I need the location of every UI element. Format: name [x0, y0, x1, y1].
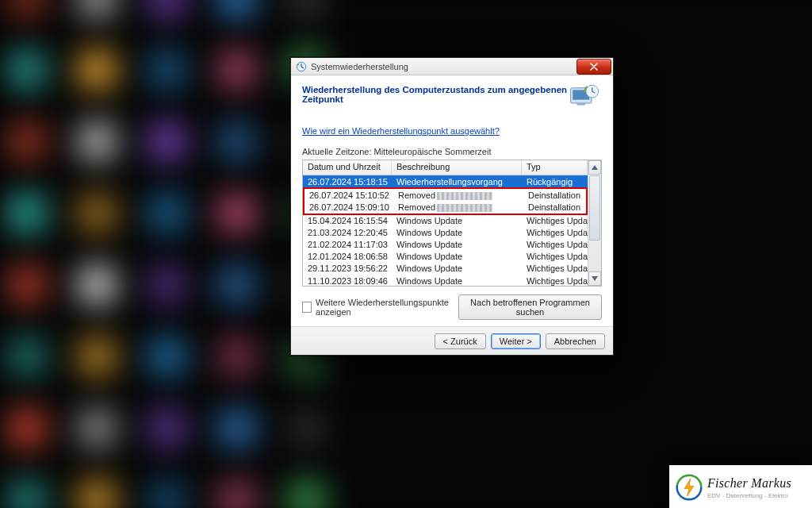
cell-type: Rückgängig [522, 177, 588, 187]
cancel-button[interactable]: Abbrechen [546, 333, 605, 349]
table-header[interactable]: Datum und Uhrzeit Beschreibung Typ [303, 160, 588, 175]
dialog-body: Wiederherstellung des Computerzustands z… [291, 75, 613, 326]
highlighted-rows: 26.07.2024 15:10:52RemovedDeinstallation… [303, 187, 588, 214]
dialog-footer: < Zurück Weiter > Abbrechen [291, 326, 613, 355]
cell-date: 15.04.2024 16:15:54 [303, 216, 392, 225]
svg-rect-3 [577, 103, 586, 106]
system-restore-icon [296, 61, 307, 72]
dialog-heading: Wiederherstellung des Computerzustands z… [302, 83, 569, 104]
table-row[interactable]: 11.10.2023 18:09:46Windows UpdateWichtig… [303, 275, 588, 286]
brand-name: Fischer Markus [707, 476, 791, 491]
scroll-down-button[interactable] [588, 271, 601, 286]
col-type[interactable]: Typ [522, 160, 588, 175]
table-row[interactable]: 12.01.2024 18:06:58Windows UpdateWichtig… [303, 251, 588, 263]
cell-desc: Wiederherstellungsvorgang [392, 177, 522, 187]
cell-date: 21.03.2024 12:20:45 [303, 228, 392, 237]
cell-desc: Windows Update [392, 276, 522, 286]
cell-desc: Windows Update [392, 216, 522, 225]
next-button[interactable]: Weiter > [491, 333, 541, 349]
cell-date: 21.02.2024 11:17:03 [303, 240, 392, 249]
timezone-label: Aktuelle Zeitzone: Mitteleuropäische Som… [302, 147, 602, 156]
cell-date: 29.11.2023 19:56:22 [303, 264, 392, 273]
cell-desc: Windows Update [392, 252, 522, 261]
show-more-label: Weitere Wiederherstellungspunkte anzeige… [316, 298, 458, 317]
cell-type: Wichtiges Update [522, 216, 588, 225]
cell-desc: Removed [393, 190, 523, 200]
cell-type: Deinstallation [523, 202, 586, 212]
table-row[interactable]: 26.07.2024 15:18:15Wiederherstellungsvor… [303, 175, 588, 187]
cell-date: 11.10.2023 18:09:46 [303, 276, 392, 286]
back-button[interactable]: < Zurück [435, 333, 486, 349]
col-desc[interactable]: Beschreibung [392, 160, 522, 175]
show-more-checkbox[interactable]: Weitere Wiederherstellungspunkte anzeige… [302, 298, 458, 317]
redacted-text [437, 204, 492, 212]
cell-type: Wichtiges Update [522, 264, 588, 273]
affected-programs-button[interactable]: Nach betroffenen Programmen suchen [458, 294, 602, 320]
table-row[interactable]: 29.11.2023 19:56:22Windows UpdateWichtig… [303, 263, 588, 275]
cell-desc: Windows Update [392, 228, 522, 237]
table-row[interactable]: 26.07.2024 15:09:10RemovedDeinstallation [304, 201, 586, 213]
checkbox-icon [302, 302, 312, 313]
col-date[interactable]: Datum und Uhrzeit [303, 160, 392, 175]
cell-type: Wichtiges Update [522, 276, 588, 286]
close-button[interactable] [576, 59, 611, 75]
cell-date: 26.07.2024 15:09:10 [304, 202, 393, 212]
cell-type: Wichtiges Update [522, 240, 588, 249]
cell-type: Wichtiges Update [522, 228, 588, 237]
brand-bolt-icon [676, 474, 703, 501]
redacted-text [437, 192, 492, 200]
cell-desc: Windows Update [392, 264, 522, 273]
dialog-titlebar[interactable]: Systemwiederherstellung [291, 58, 613, 75]
restore-monitor-icon [569, 83, 602, 112]
cell-type: Wichtiges Update [522, 252, 588, 261]
cell-desc: Windows Update [392, 240, 522, 249]
table-row[interactable]: 26.07.2024 15:10:52RemovedDeinstallation [304, 189, 586, 201]
cell-date: 12.01.2024 18:06:58 [303, 252, 392, 261]
brand-subtitle: EDV - Datenrettung - Elektro [707, 492, 791, 499]
scroll-track[interactable] [588, 175, 601, 271]
restore-points-table[interactable]: Datum und Uhrzeit Beschreibung Typ 26.07… [302, 160, 602, 287]
cell-date: 26.07.2024 15:18:15 [303, 177, 392, 187]
table-row[interactable]: 21.03.2024 12:20:45Windows UpdateWichtig… [303, 227, 588, 239]
table-row[interactable]: 15.04.2024 16:15:54Windows UpdateWichtig… [303, 215, 588, 227]
scroll-thumb[interactable] [589, 175, 600, 241]
cell-date: 26.07.2024 15:10:52 [304, 190, 393, 200]
scroll-up-button[interactable] [588, 160, 601, 175]
table-scrollbar[interactable] [588, 160, 601, 286]
cell-desc: Removed [393, 202, 523, 212]
watermark-brand: Fischer Markus EDV - Datenrettung - Elek… [669, 465, 812, 508]
help-link[interactable]: Wie wird ein Wiederherstellungspunkt aus… [302, 126, 602, 136]
table-row[interactable]: 21.02.2024 11:17:03Windows UpdateWichtig… [303, 239, 588, 251]
cell-type: Deinstallation [523, 190, 586, 200]
system-restore-dialog: Systemwiederherstellung Wiederherstellun… [290, 57, 614, 356]
dialog-title: Systemwiederherstellung [311, 62, 576, 71]
